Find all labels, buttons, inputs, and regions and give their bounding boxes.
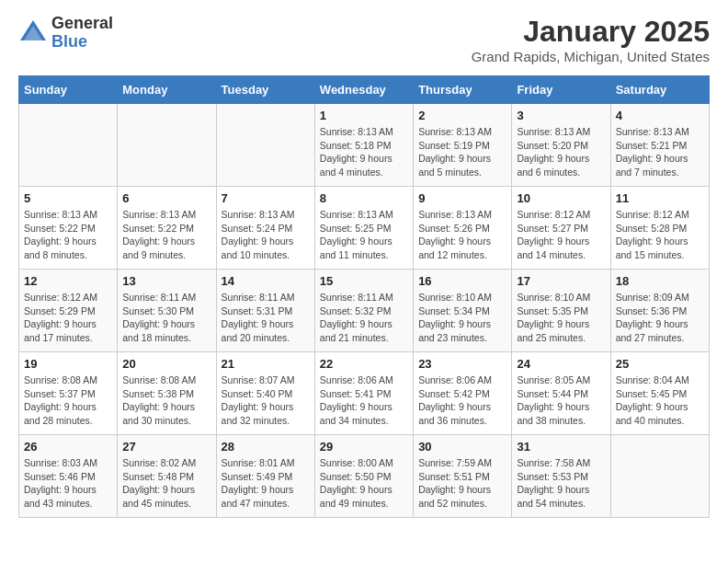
day-info: Sunrise: 8:12 AM Sunset: 5:29 PM Dayligh… [24, 291, 112, 345]
day-info: Sunrise: 8:13 AM Sunset: 5:26 PM Dayligh… [418, 208, 506, 262]
day-info: Sunrise: 8:03 AM Sunset: 5:46 PM Dayligh… [24, 456, 112, 511]
calendar-cell: 14Sunrise: 8:11 AM Sunset: 5:31 PM Dayli… [216, 270, 314, 352]
day-info: Sunrise: 8:08 AM Sunset: 5:37 PM Dayligh… [24, 373, 112, 428]
calendar-cell: 22Sunrise: 8:06 AM Sunset: 5:41 PM Dayli… [314, 352, 413, 435]
day-number: 23 [418, 357, 506, 371]
day-number: 6 [122, 191, 210, 205]
day-info: Sunrise: 8:00 AM Sunset: 5:50 PM Dayligh… [320, 456, 408, 511]
month-title: January 2025 [472, 15, 710, 49]
day-number: 10 [517, 191, 605, 205]
day-number: 9 [418, 191, 506, 205]
header-sunday: Sunday [19, 76, 118, 104]
day-number: 31 [517, 440, 605, 454]
day-number: 14 [222, 274, 310, 288]
calendar-cell: 28Sunrise: 8:01 AM Sunset: 5:49 PM Dayli… [216, 435, 314, 518]
calendar-cell: 25Sunrise: 8:04 AM Sunset: 5:45 PM Dayli… [610, 352, 709, 435]
day-info: Sunrise: 8:13 AM Sunset: 5:21 PM Dayligh… [616, 125, 704, 179]
header-saturday: Saturday [610, 76, 709, 104]
day-info: Sunrise: 8:12 AM Sunset: 5:28 PM Dayligh… [616, 208, 704, 262]
day-number: 24 [517, 357, 605, 371]
day-info: Sunrise: 8:06 AM Sunset: 5:41 PM Dayligh… [320, 373, 408, 428]
logo-general: General [51, 15, 113, 33]
calendar-cell: 29Sunrise: 8:00 AM Sunset: 5:50 PM Dayli… [314, 435, 413, 518]
day-number: 20 [122, 357, 210, 371]
day-info: Sunrise: 8:13 AM Sunset: 5:22 PM Dayligh… [24, 208, 112, 262]
calendar-cell [118, 104, 216, 187]
day-info: Sunrise: 8:13 AM Sunset: 5:19 PM Dayligh… [418, 125, 506, 179]
day-number: 13 [122, 274, 210, 288]
calendar-cell: 7Sunrise: 8:13 AM Sunset: 5:24 PM Daylig… [216, 187, 314, 270]
day-info: Sunrise: 8:10 AM Sunset: 5:34 PM Dayligh… [418, 291, 506, 345]
day-info: Sunrise: 8:13 AM Sunset: 5:20 PM Dayligh… [517, 125, 605, 179]
calendar-cell: 5Sunrise: 8:13 AM Sunset: 5:22 PM Daylig… [19, 187, 118, 270]
week-row-5: 26Sunrise: 8:03 AM Sunset: 5:46 PM Dayli… [19, 435, 710, 518]
day-info: Sunrise: 8:11 AM Sunset: 5:32 PM Dayligh… [320, 291, 408, 345]
calendar-cell: 26Sunrise: 8:03 AM Sunset: 5:46 PM Dayli… [19, 435, 118, 518]
week-row-2: 5Sunrise: 8:13 AM Sunset: 5:22 PM Daylig… [19, 187, 710, 270]
logo-blue: Blue [51, 33, 113, 52]
week-row-4: 19Sunrise: 8:08 AM Sunset: 5:37 PM Dayli… [19, 352, 710, 435]
calendar-cell: 30Sunrise: 7:59 AM Sunset: 5:51 PM Dayli… [414, 435, 512, 518]
day-info: Sunrise: 8:13 AM Sunset: 5:24 PM Dayligh… [222, 208, 310, 262]
day-info: Sunrise: 8:13 AM Sunset: 5:22 PM Dayligh… [122, 208, 210, 262]
calendar-cell: 21Sunrise: 8:07 AM Sunset: 5:40 PM Dayli… [216, 352, 314, 435]
day-number: 30 [418, 440, 506, 454]
day-number: 19 [24, 357, 112, 371]
calendar-cell [19, 104, 118, 187]
day-number: 4 [616, 109, 704, 122]
calendar-cell: 19Sunrise: 8:08 AM Sunset: 5:37 PM Dayli… [19, 352, 118, 435]
calendar-header-row: SundayMondayTuesdayWednesdayThursdayFrid… [19, 76, 710, 104]
day-number: 11 [616, 191, 704, 205]
calendar-table: SundayMondayTuesdayWednesdayThursdayFrid… [18, 75, 710, 518]
page-header: General Blue January 2025 Grand Rapids, … [18, 15, 710, 64]
day-info: Sunrise: 8:11 AM Sunset: 5:30 PM Dayligh… [122, 291, 210, 345]
day-number: 26 [24, 440, 112, 454]
week-row-1: 1Sunrise: 8:13 AM Sunset: 5:18 PM Daylig… [19, 104, 710, 187]
day-number: 2 [418, 109, 506, 122]
day-info: Sunrise: 8:12 AM Sunset: 5:27 PM Dayligh… [517, 208, 605, 262]
logo-text: General Blue [51, 15, 113, 52]
calendar-cell: 15Sunrise: 8:11 AM Sunset: 5:32 PM Dayli… [314, 270, 413, 352]
day-number: 27 [122, 440, 210, 454]
day-number: 28 [222, 440, 310, 454]
day-number: 12 [24, 274, 112, 288]
calendar-cell: 4Sunrise: 8:13 AM Sunset: 5:21 PM Daylig… [610, 104, 709, 187]
day-info: Sunrise: 8:02 AM Sunset: 5:48 PM Dayligh… [122, 456, 210, 511]
calendar-cell: 6Sunrise: 8:13 AM Sunset: 5:22 PM Daylig… [118, 187, 216, 270]
day-info: Sunrise: 8:13 AM Sunset: 5:18 PM Dayligh… [320, 125, 408, 179]
header-monday: Monday [118, 76, 216, 104]
calendar-cell: 1Sunrise: 8:13 AM Sunset: 5:18 PM Daylig… [314, 104, 413, 187]
calendar-cell: 3Sunrise: 8:13 AM Sunset: 5:20 PM Daylig… [512, 104, 610, 187]
logo: General Blue [18, 15, 113, 52]
calendar-cell: 12Sunrise: 8:12 AM Sunset: 5:29 PM Dayli… [19, 270, 118, 352]
day-info: Sunrise: 8:09 AM Sunset: 5:36 PM Dayligh… [616, 291, 704, 345]
day-info: Sunrise: 8:13 AM Sunset: 5:25 PM Dayligh… [320, 208, 408, 262]
calendar-cell: 27Sunrise: 8:02 AM Sunset: 5:48 PM Dayli… [118, 435, 216, 518]
day-info: Sunrise: 8:01 AM Sunset: 5:49 PM Dayligh… [222, 456, 310, 511]
day-info: Sunrise: 8:07 AM Sunset: 5:40 PM Dayligh… [222, 373, 310, 428]
day-number: 5 [24, 191, 112, 205]
header-tuesday: Tuesday [216, 76, 314, 104]
day-info: Sunrise: 8:05 AM Sunset: 5:44 PM Dayligh… [517, 373, 605, 428]
calendar-cell: 23Sunrise: 8:06 AM Sunset: 5:42 PM Dayli… [414, 352, 512, 435]
day-info: Sunrise: 8:08 AM Sunset: 5:38 PM Dayligh… [122, 373, 210, 428]
header-wednesday: Wednesday [314, 76, 413, 104]
day-number: 3 [517, 109, 605, 122]
week-row-3: 12Sunrise: 8:12 AM Sunset: 5:29 PM Dayli… [19, 270, 710, 352]
day-number: 18 [616, 274, 704, 288]
day-number: 21 [222, 357, 310, 371]
title-section: January 2025 Grand Rapids, Michigan, Uni… [472, 15, 710, 64]
day-info: Sunrise: 7:58 AM Sunset: 5:53 PM Dayligh… [517, 456, 605, 511]
calendar-cell: 20Sunrise: 8:08 AM Sunset: 5:38 PM Dayli… [118, 352, 216, 435]
calendar-cell: 11Sunrise: 8:12 AM Sunset: 5:28 PM Dayli… [610, 187, 709, 270]
calendar-cell [610, 435, 709, 518]
day-number: 1 [320, 109, 408, 122]
day-number: 8 [320, 191, 408, 205]
day-number: 7 [222, 191, 310, 205]
day-number: 22 [320, 357, 408, 371]
day-info: Sunrise: 8:11 AM Sunset: 5:31 PM Dayligh… [222, 291, 310, 345]
calendar-cell: 8Sunrise: 8:13 AM Sunset: 5:25 PM Daylig… [314, 187, 413, 270]
day-number: 25 [616, 357, 704, 371]
day-info: Sunrise: 8:04 AM Sunset: 5:45 PM Dayligh… [616, 373, 704, 428]
day-number: 29 [320, 440, 408, 454]
